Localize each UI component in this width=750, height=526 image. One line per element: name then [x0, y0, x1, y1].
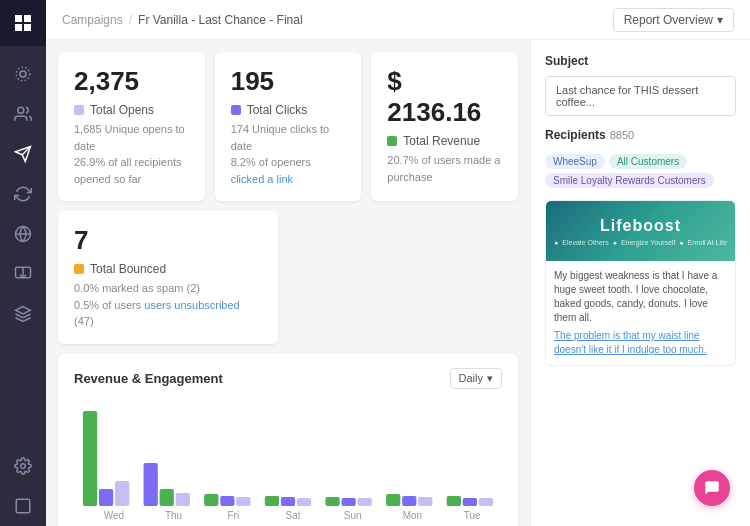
rs-preview-image: Lifeboost ● Elevate Others ● Energize Yo…: [546, 201, 735, 261]
rs-tags: WheeSup All Customers Smile Loyalty Rewa…: [545, 154, 736, 188]
bar-label-mon: Mon: [383, 510, 443, 521]
opens-dot: [74, 105, 84, 115]
breadcrumb: Campaigns / Fr Vanilla - Last Chance - F…: [62, 13, 303, 27]
chevron-down-icon: ▾: [487, 372, 493, 385]
rs-subject-title: Subject: [545, 54, 736, 68]
report-overview-button[interactable]: Report Overview ▾: [613, 8, 734, 32]
clicks-dot: [231, 105, 241, 115]
svg-rect-2: [15, 24, 22, 31]
rs-preview-text1: My biggest weakness is that I have a hug…: [554, 269, 727, 325]
stats-row: 2,375 Total Opens 1,685 Unique opens to …: [58, 52, 518, 201]
chart-filter-button[interactable]: Daily ▾: [450, 368, 502, 389]
bar-fri-opens: [236, 497, 250, 506]
sidebar-item-automation[interactable]: [5, 176, 41, 212]
chat-button[interactable]: [694, 470, 730, 506]
bar-thu-opens: [176, 493, 190, 506]
rs-preview-body: My biggest weakness is that I have a hug…: [546, 261, 735, 365]
bounced-detail1: 0.0% marked as spam (2): [74, 280, 262, 297]
bar-sat-opens: [297, 498, 311, 506]
revenue-detail1: 20.7% of users made a purchase: [387, 152, 502, 185]
rs-email-preview: Lifeboost ● Elevate Others ● Energize Yo…: [545, 200, 736, 366]
bar-label-thu: Thu: [144, 510, 204, 521]
bar-wed-clicks: [99, 489, 113, 506]
bar-label-sun: Sun: [323, 510, 383, 521]
stat-card-opens: 2,375 Total Opens 1,685 Unique opens to …: [58, 52, 205, 201]
rs-tag-wheesup[interactable]: WheeSup: [545, 154, 605, 169]
rs-preview-link[interactable]: The problem is that my waist line doesn'…: [554, 330, 707, 355]
stat-card-bounced: 7 Total Bounced 0.0% marked as spam (2) …: [58, 211, 278, 344]
sidebar-item-layers[interactable]: [5, 296, 41, 332]
clicks-detail2: 8.2% of openers clicked a link: [231, 154, 346, 187]
sidebar-item-globe[interactable]: [5, 216, 41, 252]
topbar: Campaigns / Fr Vanilla - Last Chance - F…: [46, 0, 750, 40]
sidebar-item-settings[interactable]: [5, 448, 41, 484]
clicks-detail: 174 Unique clicks to date 8.2% of opener…: [231, 121, 346, 187]
sidebar: [0, 0, 46, 526]
bar-sun-clicks: [342, 498, 356, 506]
rs-preview-taglines: ● Elevate Others ● Energize Yourself ● E…: [554, 239, 727, 246]
rs-preview-text2: The problem is that my waist line doesn'…: [554, 329, 727, 357]
clicks-number: 195: [231, 66, 346, 97]
clicks-label-text: Total Clicks: [247, 103, 308, 117]
rs-recipients-count: 8850: [610, 129, 634, 141]
sidebar-logo: [0, 0, 46, 46]
chart-card: Revenue & Engagement Daily ▾: [58, 354, 518, 527]
bounced-detail2-end: (47): [74, 315, 94, 327]
bar-wed-revenue: [83, 411, 97, 506]
main-area: Campaigns / Fr Vanilla - Last Chance - F…: [46, 0, 750, 526]
bar-mon-opens: [418, 497, 432, 506]
breadcrumb-campaigns[interactable]: Campaigns: [62, 13, 123, 27]
left-content: 2,375 Total Opens 1,685 Unique opens to …: [46, 40, 530, 526]
opens-label-text: Total Opens: [90, 103, 154, 117]
chart-filter-label: Daily: [459, 372, 483, 384]
bar-label-sat: Sat: [263, 510, 323, 521]
sidebar-item-square[interactable]: [5, 488, 41, 524]
bar-sat-revenue: [265, 496, 279, 506]
sidebar-item-campaigns[interactable]: [5, 136, 41, 172]
right-sidebar: Subject Last chance for THIS dessert cof…: [530, 40, 750, 526]
rs-tagline1: Elevate Others: [562, 239, 608, 246]
content-area: 2,375 Total Opens 1,685 Unique opens to …: [46, 40, 750, 526]
opens-detail2: 26.9% of all recipients opened so far: [74, 154, 189, 187]
rs-tagline3: Enroll At Life: [688, 239, 727, 246]
bar-wed-opens: [115, 481, 129, 506]
clicks-label: Total Clicks: [231, 103, 346, 117]
stat-card-revenue: $ 2136.16 Total Revenue 20.7% of users m…: [371, 52, 518, 201]
bar-sun-opens: [358, 498, 372, 506]
opens-number: 2,375: [74, 66, 189, 97]
chart-header: Revenue & Engagement Daily ▾: [74, 368, 502, 389]
revenue-label-text: Total Revenue: [403, 134, 480, 148]
rs-preview-logo-area: Lifeboost ● Elevate Others ● Energize Yo…: [554, 217, 727, 246]
bounced-detail2: 0.5% of users users unsubscribed (47): [74, 297, 262, 330]
stat-card-clicks: 195 Total Clicks 174 Unique clicks to da…: [215, 52, 362, 201]
sidebar-item-mail[interactable]: [5, 256, 41, 292]
bar-label-wed: Wed: [84, 510, 144, 521]
svg-rect-3: [24, 24, 31, 31]
rs-tag-all-customers[interactable]: All Customers: [609, 154, 687, 169]
bar-tue-opens: [479, 498, 493, 506]
clicks-detail2-pre: 8.2% of openers: [231, 156, 311, 168]
revenue-number: $ 2136.16: [387, 66, 502, 128]
rs-tagline2: Energize Yourself: [621, 239, 675, 246]
revenue-dot: [387, 136, 397, 146]
sidebar-item-home[interactable]: [5, 56, 41, 92]
bar-thu-revenue: [160, 489, 174, 506]
revenue-label: Total Revenue: [387, 134, 502, 148]
clicks-detail1: 174 Unique clicks to date: [231, 121, 346, 154]
revenue-detail: 20.7% of users made a purchase: [387, 152, 502, 185]
report-overview-label: Report Overview: [624, 13, 713, 27]
clicks-link[interactable]: clicked a link: [231, 173, 293, 185]
breadcrumb-current: Fr Vanilla - Last Chance - Final: [138, 13, 303, 27]
bounced-link[interactable]: users unsubscribed: [144, 299, 239, 311]
svg-rect-1: [24, 15, 31, 22]
bar-tue-clicks: [463, 498, 477, 506]
svg-point-4: [20, 71, 26, 77]
rs-tag-smile-loyalty[interactable]: Smile Loyalty Rewards Customers: [545, 173, 714, 188]
sidebar-item-users[interactable]: [5, 96, 41, 132]
bar-chart-labels: Wed Thu Fri Sat Sun Mon Tue: [74, 510, 502, 521]
svg-point-5: [16, 67, 30, 81]
rs-preview-logo-text: Lifeboost: [554, 217, 727, 235]
bounced-dot: [74, 264, 84, 274]
bar-tue-revenue: [447, 496, 461, 506]
rs-recipients-title: Recipients: [545, 128, 606, 142]
